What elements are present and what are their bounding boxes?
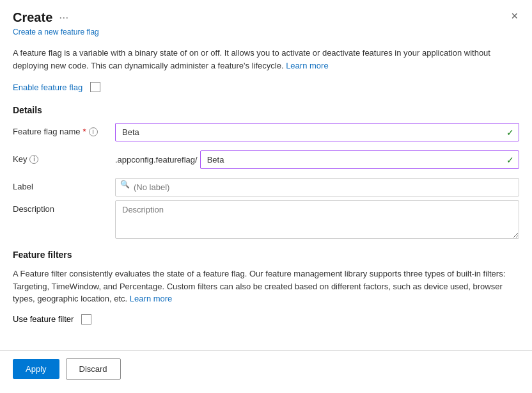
- key-info-icon[interactable]: i: [29, 155, 38, 164]
- key-row: Key i .appconfig.featureflag/ ✓: [13, 150, 519, 169]
- feature-filters-section: Feature filters A Feature filter consist…: [13, 250, 519, 325]
- key-prefix: .appconfig.featureflag/: [115, 155, 198, 164]
- required-indicator: *: [83, 127, 86, 136]
- label-field-label: Label: [13, 178, 115, 191]
- key-check-icon: ✓: [506, 155, 514, 165]
- feature-flag-name-field-wrap: ✓: [115, 123, 519, 141]
- description-row: Description: [13, 200, 519, 241]
- key-label: Key i: [13, 150, 115, 164]
- details-section-title: Details: [13, 105, 519, 115]
- description-input-wrap: [115, 200, 519, 241]
- label-row: Label 🔍: [13, 178, 519, 191]
- key-value-input[interactable]: [200, 150, 519, 169]
- learn-more-link-description[interactable]: Learn more: [286, 61, 328, 70]
- feature-flag-name-input-wrap: ✓: [115, 123, 519, 141]
- key-row-inner: .appconfig.featureflag/ ✓: [115, 150, 519, 169]
- create-feature-flag-dialog: Create ··· × Create a new feature flag A…: [0, 0, 532, 393]
- use-feature-filter-row: Use feature filter: [13, 314, 519, 325]
- label-input-wrap: 🔍: [115, 178, 519, 188]
- learn-more-link-filters[interactable]: Learn more: [130, 294, 172, 303]
- use-feature-filter-checkbox[interactable]: [81, 314, 91, 325]
- flag-name-info-icon[interactable]: i: [89, 127, 98, 136]
- feature-flag-description: A feature flag is a variable with a bina…: [13, 47, 519, 72]
- feature-filters-title: Feature filters: [13, 250, 519, 260]
- close-button[interactable]: ×: [507, 9, 522, 23]
- feature-flag-name-input[interactable]: [115, 123, 519, 141]
- filters-description: A Feature filter consistently evaluates …: [13, 268, 519, 305]
- dialog-header: Create ···: [0, 0, 532, 28]
- dialog-ellipsis[interactable]: ···: [59, 11, 68, 24]
- description-field-label: Description: [13, 200, 115, 214]
- feature-flag-name-row: Feature flag name * i ✓: [13, 123, 519, 141]
- dialog-footer: Apply Discard: [0, 350, 532, 387]
- use-feature-filter-label: Use feature filter: [13, 314, 74, 324]
- dialog-subtitle[interactable]: Create a new feature flag: [0, 28, 532, 44]
- apply-button[interactable]: Apply: [13, 359, 59, 379]
- enable-feature-flag-row: Enable feature flag: [13, 82, 519, 92]
- description-textarea[interactable]: [115, 200, 519, 239]
- key-input-wrap: .appconfig.featureflag/ ✓: [115, 150, 519, 169]
- enable-feature-flag-label: Enable feature flag: [13, 83, 82, 92]
- dialog-body: A feature flag is a variable with a bina…: [0, 44, 532, 350]
- discard-button[interactable]: Discard: [66, 358, 121, 380]
- filters-description-text: A Feature filter consistently evaluates …: [13, 269, 505, 303]
- key-value-wrap: ✓: [200, 150, 519, 169]
- enable-feature-flag-checkbox[interactable]: [90, 82, 100, 92]
- label-input[interactable]: [115, 178, 519, 196]
- description-text: A feature flag is a variable with a bina…: [13, 48, 490, 70]
- dialog-title: Create: [13, 10, 52, 25]
- feature-flag-name-label: Feature flag name * i: [13, 123, 115, 136]
- flag-name-check-icon: ✓: [506, 127, 514, 138]
